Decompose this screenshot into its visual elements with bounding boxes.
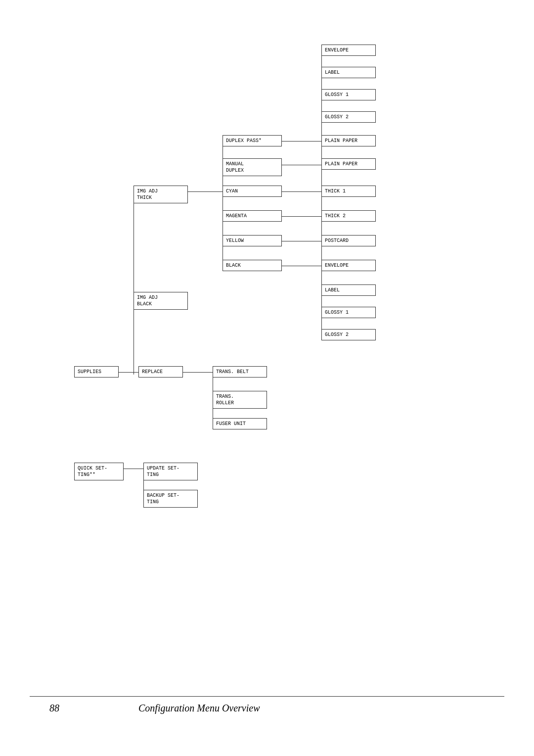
hline-manual-plain2 bbox=[282, 165, 321, 165]
hline-quick-update bbox=[124, 469, 143, 469]
node-label-top: LABEL bbox=[321, 67, 376, 78]
node-yellow: YELLOW bbox=[222, 235, 282, 246]
hline-img-adj-thick-mid bbox=[188, 191, 222, 192]
node-duplex-pass: DUPLEX PASS* bbox=[222, 135, 282, 146]
vline-trans bbox=[213, 372, 213, 424]
node-supplies: SUPPLIES bbox=[74, 366, 119, 378]
node-thick1: THICK 1 bbox=[321, 186, 376, 197]
node-envelope-mid: ENVELOPE bbox=[321, 260, 376, 271]
vline-main-trunk bbox=[134, 191, 134, 375]
node-manual-duplex: MANUAL DUPLEX bbox=[222, 158, 282, 176]
node-fuser-unit: FUSER UNIT bbox=[213, 418, 267, 429]
hline-duplex-plain1 bbox=[282, 141, 321, 142]
node-thick2: THICK 2 bbox=[321, 210, 376, 222]
node-replace: REPLACE bbox=[138, 366, 183, 378]
node-img-adj-black: IMG ADJ BLACK bbox=[134, 292, 188, 310]
node-backup-setting: BACKUP SET- TING bbox=[143, 490, 198, 508]
footer-line bbox=[30, 696, 504, 697]
node-plain-paper-1: PLAIN PAPER bbox=[321, 135, 376, 146]
hline-cyan-thick1 bbox=[282, 191, 321, 192]
vline-right-lower bbox=[321, 266, 322, 337]
node-glossy2-top: GLOSSY 2 bbox=[321, 111, 376, 123]
hline-yellow-postcard bbox=[282, 241, 321, 241]
page-number: 88 bbox=[49, 703, 59, 714]
page: ENVELOPE LABEL GLOSSY 1 GLOSSY 2 DUPLEX … bbox=[0, 0, 534, 756]
hline-magenta-thick2 bbox=[282, 216, 321, 217]
node-trans-roller: TRANS. ROLLER bbox=[213, 391, 267, 409]
node-glossy1-mid: GLOSSY 1 bbox=[321, 307, 376, 318]
node-label-mid: LABEL bbox=[321, 284, 376, 296]
node-img-adj-thick: IMG ADJ THICK bbox=[134, 186, 188, 203]
vline-mid bbox=[222, 141, 223, 270]
node-magenta: MAGENTA bbox=[222, 210, 282, 222]
hline-replace-trans-belt bbox=[183, 372, 213, 373]
page-title: Configuration Menu Overview bbox=[138, 703, 260, 714]
node-plain-paper-2: PLAIN PAPER bbox=[321, 158, 376, 170]
node-cyan: CYAN bbox=[222, 186, 282, 197]
node-black: BLACK bbox=[222, 260, 282, 271]
hline-black-envelope-mid bbox=[282, 266, 321, 266]
node-glossy1-top: GLOSSY 1 bbox=[321, 89, 376, 100]
node-quick-setting: QUICK SET- TING** bbox=[74, 463, 124, 480]
vline-mid-top bbox=[222, 135, 223, 141]
node-update-setting: UPDATE SET- TING bbox=[143, 463, 198, 480]
node-trans-belt: TRANS. BELT bbox=[213, 366, 267, 378]
vline-top-entry bbox=[222, 141, 223, 142]
hline-supplies-replace bbox=[119, 372, 138, 373]
node-glossy2-mid: GLOSSY 2 bbox=[321, 329, 376, 340]
node-envelope-top: ENVELOPE bbox=[321, 45, 376, 56]
vline-right-full-top bbox=[321, 50, 322, 141]
node-postcard: POSTCARD bbox=[321, 235, 376, 246]
vline-right-mid bbox=[321, 141, 322, 270]
vline-settings bbox=[143, 469, 144, 496]
